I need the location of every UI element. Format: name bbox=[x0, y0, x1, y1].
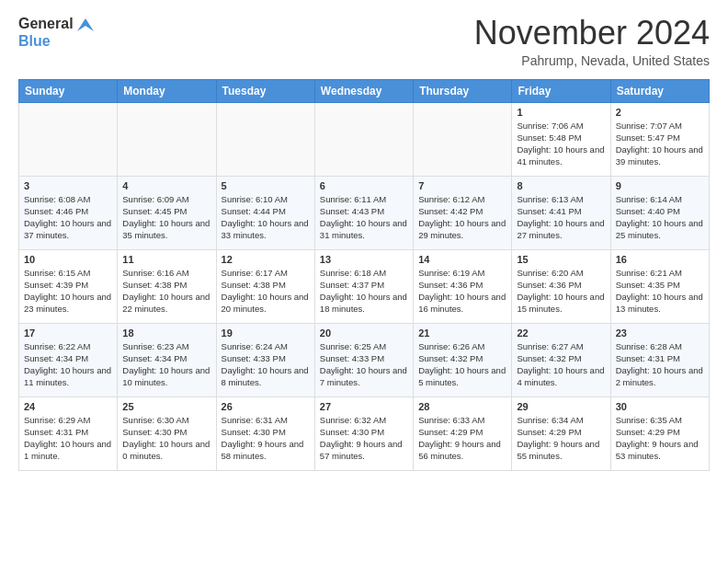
day-number: 10 bbox=[24, 254, 112, 265]
day-info: Sunrise: 6:18 AM Sunset: 4:37 PM Dayligh… bbox=[320, 267, 408, 316]
day-cell: 20Sunrise: 6:25 AM Sunset: 4:33 PM Dayli… bbox=[314, 323, 413, 396]
day-cell: 19Sunrise: 6:24 AM Sunset: 4:33 PM Dayli… bbox=[216, 323, 314, 396]
day-info: Sunrise: 6:17 AM Sunset: 4:38 PM Dayligh… bbox=[222, 267, 310, 316]
day-info: Sunrise: 7:06 AM Sunset: 5:48 PM Dayligh… bbox=[517, 120, 605, 168]
day-info: Sunrise: 6:14 AM Sunset: 4:40 PM Dayligh… bbox=[616, 193, 704, 242]
day-cell: 9Sunrise: 6:14 AM Sunset: 4:40 PM Daylig… bbox=[610, 176, 709, 249]
day-number: 11 bbox=[122, 254, 210, 265]
col-saturday: Saturday bbox=[610, 79, 709, 102]
day-cell: 26Sunrise: 6:31 AM Sunset: 4:30 PM Dayli… bbox=[216, 396, 314, 470]
day-info: Sunrise: 7:07 AM Sunset: 5:47 PM Dayligh… bbox=[616, 120, 704, 168]
calendar-table: Sunday Monday Tuesday Wednesday Thursday… bbox=[18, 79, 710, 471]
day-number: 9 bbox=[616, 180, 704, 191]
week-row-4: 17Sunrise: 6:22 AM Sunset: 4:34 PM Dayli… bbox=[19, 323, 710, 396]
day-cell bbox=[118, 102, 216, 176]
day-info: Sunrise: 6:16 AM Sunset: 4:38 PM Dayligh… bbox=[122, 267, 210, 316]
day-number: 25 bbox=[122, 401, 210, 412]
day-cell bbox=[414, 102, 512, 176]
day-number: 12 bbox=[222, 254, 310, 265]
day-cell: 29Sunrise: 6:34 AM Sunset: 4:29 PM Dayli… bbox=[512, 396, 610, 470]
day-number: 26 bbox=[222, 401, 310, 412]
header: General Blue November 2024 Pahrump, Neva… bbox=[18, 15, 710, 68]
day-info: Sunrise: 6:22 AM Sunset: 4:34 PM Dayligh… bbox=[24, 340, 112, 389]
day-cell bbox=[314, 102, 413, 176]
col-friday: Friday bbox=[512, 79, 610, 102]
page: General Blue November 2024 Pahrump, Neva… bbox=[0, 0, 728, 563]
day-info: Sunrise: 6:08 AM Sunset: 4:46 PM Dayligh… bbox=[24, 193, 112, 242]
day-cell: 24Sunrise: 6:29 AM Sunset: 4:31 PM Dayli… bbox=[19, 396, 118, 470]
day-info: Sunrise: 6:29 AM Sunset: 4:31 PM Dayligh… bbox=[24, 414, 112, 463]
day-cell: 15Sunrise: 6:20 AM Sunset: 4:36 PM Dayli… bbox=[512, 249, 610, 323]
day-cell: 10Sunrise: 6:15 AM Sunset: 4:39 PM Dayli… bbox=[19, 249, 118, 323]
day-cell: 13Sunrise: 6:18 AM Sunset: 4:37 PM Dayli… bbox=[314, 249, 413, 323]
day-number: 2 bbox=[616, 107, 704, 118]
svg-marker-0 bbox=[77, 18, 94, 31]
day-number: 7 bbox=[418, 180, 506, 191]
day-number: 6 bbox=[320, 180, 408, 191]
day-info: Sunrise: 6:24 AM Sunset: 4:33 PM Dayligh… bbox=[222, 340, 310, 389]
day-info: Sunrise: 6:12 AM Sunset: 4:42 PM Dayligh… bbox=[418, 193, 506, 242]
col-thursday: Thursday bbox=[414, 79, 512, 102]
day-number: 30 bbox=[616, 401, 704, 412]
day-cell bbox=[19, 102, 118, 176]
day-number: 28 bbox=[418, 401, 506, 412]
day-info: Sunrise: 6:25 AM Sunset: 4:33 PM Dayligh… bbox=[320, 340, 408, 389]
day-info: Sunrise: 6:28 AM Sunset: 4:31 PM Dayligh… bbox=[616, 340, 704, 389]
day-cell: 25Sunrise: 6:30 AM Sunset: 4:30 PM Dayli… bbox=[118, 396, 216, 470]
day-cell: 28Sunrise: 6:33 AM Sunset: 4:29 PM Dayli… bbox=[414, 396, 512, 470]
day-cell: 30Sunrise: 6:35 AM Sunset: 4:29 PM Dayli… bbox=[610, 396, 709, 470]
day-info: Sunrise: 6:20 AM Sunset: 4:36 PM Dayligh… bbox=[517, 267, 605, 316]
day-cell: 6Sunrise: 6:11 AM Sunset: 4:43 PM Daylig… bbox=[314, 176, 413, 249]
day-info: Sunrise: 6:35 AM Sunset: 4:29 PM Dayligh… bbox=[616, 414, 704, 463]
day-number: 1 bbox=[517, 107, 605, 118]
day-info: Sunrise: 6:23 AM Sunset: 4:34 PM Dayligh… bbox=[122, 340, 210, 389]
day-number: 3 bbox=[24, 180, 112, 191]
day-cell: 12Sunrise: 6:17 AM Sunset: 4:38 PM Dayli… bbox=[216, 249, 314, 323]
day-cell: 3Sunrise: 6:08 AM Sunset: 4:46 PM Daylig… bbox=[19, 176, 118, 249]
day-cell: 11Sunrise: 6:16 AM Sunset: 4:38 PM Dayli… bbox=[118, 249, 216, 323]
day-cell: 16Sunrise: 6:21 AM Sunset: 4:35 PM Dayli… bbox=[610, 249, 709, 323]
day-info: Sunrise: 6:33 AM Sunset: 4:29 PM Dayligh… bbox=[418, 414, 506, 463]
day-info: Sunrise: 6:27 AM Sunset: 4:32 PM Dayligh… bbox=[517, 340, 605, 389]
day-number: 4 bbox=[122, 180, 210, 191]
day-cell: 7Sunrise: 6:12 AM Sunset: 4:42 PM Daylig… bbox=[414, 176, 512, 249]
week-row-2: 3Sunrise: 6:08 AM Sunset: 4:46 PM Daylig… bbox=[19, 176, 710, 249]
month-title: November 2024 bbox=[474, 15, 710, 52]
day-number: 23 bbox=[616, 327, 704, 339]
logo: General Blue bbox=[18, 15, 94, 50]
week-row-5: 24Sunrise: 6:29 AM Sunset: 4:31 PM Dayli… bbox=[19, 396, 710, 470]
logo-text: General Blue bbox=[18, 15, 94, 50]
day-number: 15 bbox=[517, 254, 605, 265]
day-info: Sunrise: 6:30 AM Sunset: 4:30 PM Dayligh… bbox=[122, 414, 210, 463]
col-wednesday: Wednesday bbox=[314, 79, 413, 102]
day-number: 5 bbox=[222, 180, 310, 191]
day-info: Sunrise: 6:32 AM Sunset: 4:30 PM Dayligh… bbox=[320, 414, 408, 463]
day-number: 14 bbox=[418, 254, 506, 265]
day-info: Sunrise: 6:11 AM Sunset: 4:43 PM Dayligh… bbox=[320, 193, 408, 242]
day-cell: 1Sunrise: 7:06 AM Sunset: 5:48 PM Daylig… bbox=[512, 102, 610, 176]
day-cell: 17Sunrise: 6:22 AM Sunset: 4:34 PM Dayli… bbox=[19, 323, 118, 396]
title-block: November 2024 Pahrump, Nevada, United St… bbox=[474, 15, 710, 68]
day-cell: 23Sunrise: 6:28 AM Sunset: 4:31 PM Dayli… bbox=[610, 323, 709, 396]
day-number: 19 bbox=[222, 327, 310, 339]
day-cell: 27Sunrise: 6:32 AM Sunset: 4:30 PM Dayli… bbox=[314, 396, 413, 470]
day-info: Sunrise: 6:21 AM Sunset: 4:35 PM Dayligh… bbox=[616, 267, 704, 316]
day-info: Sunrise: 6:10 AM Sunset: 4:44 PM Dayligh… bbox=[222, 193, 310, 242]
day-number: 13 bbox=[320, 254, 408, 265]
day-number: 17 bbox=[24, 327, 112, 339]
location: Pahrump, Nevada, United States bbox=[474, 53, 710, 68]
day-number: 20 bbox=[320, 327, 408, 339]
day-cell: 4Sunrise: 6:09 AM Sunset: 4:45 PM Daylig… bbox=[118, 176, 216, 249]
day-cell: 5Sunrise: 6:10 AM Sunset: 4:44 PM Daylig… bbox=[216, 176, 314, 249]
day-number: 16 bbox=[616, 254, 704, 265]
day-number: 8 bbox=[517, 180, 605, 191]
day-cell: 8Sunrise: 6:13 AM Sunset: 4:41 PM Daylig… bbox=[512, 176, 610, 249]
day-cell: 21Sunrise: 6:26 AM Sunset: 4:32 PM Dayli… bbox=[414, 323, 512, 396]
day-number: 29 bbox=[517, 401, 605, 412]
day-info: Sunrise: 6:34 AM Sunset: 4:29 PM Dayligh… bbox=[517, 414, 605, 463]
day-info: Sunrise: 6:09 AM Sunset: 4:45 PM Dayligh… bbox=[122, 193, 210, 242]
day-number: 27 bbox=[320, 401, 408, 412]
calendar-header-row: Sunday Monday Tuesday Wednesday Thursday… bbox=[19, 79, 710, 102]
week-row-1: 1Sunrise: 7:06 AM Sunset: 5:48 PM Daylig… bbox=[19, 102, 710, 176]
col-monday: Monday bbox=[118, 79, 216, 102]
